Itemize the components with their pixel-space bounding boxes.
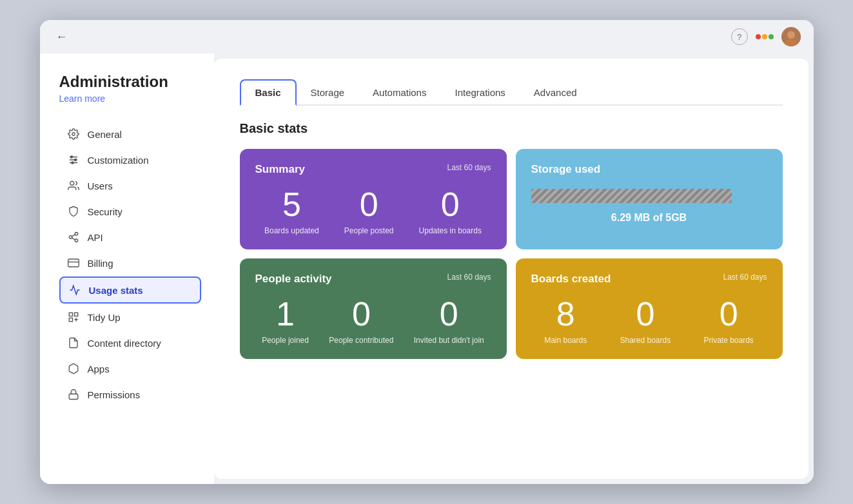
private-boards-number: 0	[703, 297, 753, 331]
stat-private-boards: 0 Private boards	[703, 297, 753, 345]
svg-line-14	[72, 238, 75, 240]
page-title: Basic stats	[240, 121, 783, 136]
svg-rect-21	[69, 394, 78, 399]
people-activity-header: People activity Last 60 days	[255, 273, 491, 286]
people-joined-number: 1	[262, 297, 309, 331]
sidebar-item-security[interactable]: Security	[59, 199, 201, 224]
svg-rect-16	[68, 259, 79, 267]
svg-rect-19	[74, 313, 77, 316]
avatar[interactable]	[781, 27, 801, 46]
titlebar-left: ←	[53, 28, 71, 46]
logo-dot-green	[769, 34, 774, 39]
logo-dot-orange	[762, 34, 767, 39]
stat-updates-in-boards: 0 Updates in boards	[419, 188, 482, 235]
sidebar-item-label: API	[88, 232, 103, 243]
svg-point-3	[72, 133, 75, 136]
boards-created-header: Boards created Last 60 days	[531, 273, 767, 286]
tab-advanced[interactable]: Advanced	[520, 79, 591, 106]
tab-storage[interactable]: Storage	[297, 79, 359, 106]
sidebar-item-label: Customization	[88, 155, 149, 166]
shared-boards-label: Shared boards	[620, 336, 671, 345]
svg-point-11	[75, 233, 78, 236]
main-area: Administration Learn more General Custom…	[40, 53, 814, 484]
sidebar-item-usage-stats[interactable]: Usage stats	[59, 276, 201, 304]
users-icon	[67, 179, 80, 192]
sidebar-item-billing[interactable]: Billing	[59, 251, 201, 275]
stat-boards-updated: 5 Boards updated	[264, 188, 319, 235]
svg-point-10	[70, 181, 74, 185]
logo-icon	[756, 34, 774, 39]
people-posted-label: People posted	[344, 226, 394, 235]
sidebar-item-users[interactable]: Users	[59, 173, 201, 198]
private-boards-label: Private boards	[703, 336, 753, 345]
tidy-icon	[67, 311, 80, 324]
sidebar-item-permissions[interactable]: Permissions	[59, 382, 201, 407]
summary-card-period: Last 60 days	[447, 163, 491, 172]
tab-basic[interactable]: Basic	[240, 79, 297, 106]
boards-created-card: Boards created Last 60 days 8 Main board…	[516, 258, 783, 359]
content-icon	[67, 336, 80, 349]
storage-card-title: Storage used	[531, 163, 601, 176]
gear-icon	[67, 128, 80, 141]
summary-card: Summary Last 60 days 5 Boards updated 0 …	[240, 149, 507, 249]
sidebar-item-label: Permissions	[88, 389, 141, 400]
svg-point-1	[787, 31, 795, 39]
sidebar-item-customization[interactable]: Customization	[59, 148, 201, 172]
apps-icon	[67, 362, 80, 375]
stat-shared-boards: 0 Shared boards	[620, 297, 671, 345]
learn-more-link[interactable]: Learn more	[59, 93, 201, 104]
svg-point-9	[72, 162, 74, 164]
summary-card-header: Summary Last 60 days	[255, 163, 491, 176]
updates-in-boards-number: 0	[419, 188, 482, 221]
billing-icon	[67, 257, 80, 269]
sidebar-item-content-directory[interactable]: Content directory	[59, 331, 201, 355]
stat-main-boards: 8 Main boards	[544, 297, 587, 345]
storage-bar-container	[531, 189, 767, 203]
people-posted-number: 0	[344, 188, 394, 221]
svg-rect-20	[69, 318, 72, 322]
tab-automations[interactable]: Automations	[358, 79, 440, 106]
svg-point-13	[75, 239, 78, 242]
tab-integrations[interactable]: Integrations	[440, 79, 519, 106]
sidebar-item-label: Usage stats	[89, 285, 143, 296]
sidebar-nav: General Customization Users	[59, 122, 201, 407]
titlebar-right: ?	[731, 27, 801, 46]
boards-created-period: Last 60 days	[723, 273, 767, 282]
sidebar-item-api[interactable]: API	[59, 225, 201, 249]
api-icon	[67, 231, 80, 244]
updates-in-boards-label: Updates in boards	[419, 226, 482, 235]
people-activity-period: Last 60 days	[447, 273, 491, 282]
summary-values: 5 Boards updated 0 People posted 0 Updat…	[255, 188, 491, 235]
people-activity-values: 1 People joined 0 People contributed 0 I…	[255, 297, 491, 345]
chart-icon	[68, 284, 81, 296]
stat-invited-not-joined: 0 Invited but didn't join	[414, 297, 484, 345]
svg-rect-18	[69, 313, 72, 316]
main-window: ← ? Administration Learn more	[40, 20, 814, 484]
boards-updated-label: Boards updated	[264, 226, 319, 235]
sidebar-title: Administration	[59, 73, 201, 91]
logo-dot-red	[756, 34, 761, 39]
sidebar-item-label: Content directory	[88, 338, 161, 349]
boards-created-title: Boards created	[531, 273, 611, 286]
storage-text: 6.29 MB of 5GB	[531, 212, 767, 224]
sidebar-item-general[interactable]: General	[59, 122, 201, 146]
sidebar: Administration Learn more General Custom…	[40, 53, 214, 484]
help-button[interactable]: ?	[731, 28, 748, 45]
stat-people-posted: 0 People posted	[344, 188, 394, 235]
svg-point-12	[69, 236, 72, 239]
sliders-icon	[67, 153, 80, 166]
sidebar-item-label: General	[88, 129, 122, 140]
main-boards-label: Main boards	[544, 336, 587, 345]
summary-card-title: Summary	[255, 163, 305, 176]
people-activity-card: People activity Last 60 days 1 People jo…	[240, 258, 507, 359]
shield-icon	[67, 205, 80, 218]
main-boards-number: 8	[544, 297, 587, 331]
people-activity-title: People activity	[255, 273, 332, 286]
invited-not-joined-label: Invited but didn't join	[414, 336, 484, 345]
back-button[interactable]: ←	[53, 28, 71, 46]
storage-card: Storage used 6.29 MB of 5GB	[516, 149, 783, 249]
sidebar-item-tidy-up[interactable]: Tidy Up	[59, 305, 201, 329]
sidebar-item-apps[interactable]: Apps	[59, 356, 201, 381]
svg-line-15	[72, 235, 75, 237]
stat-people-contributed: 0 People contributed	[329, 297, 393, 345]
